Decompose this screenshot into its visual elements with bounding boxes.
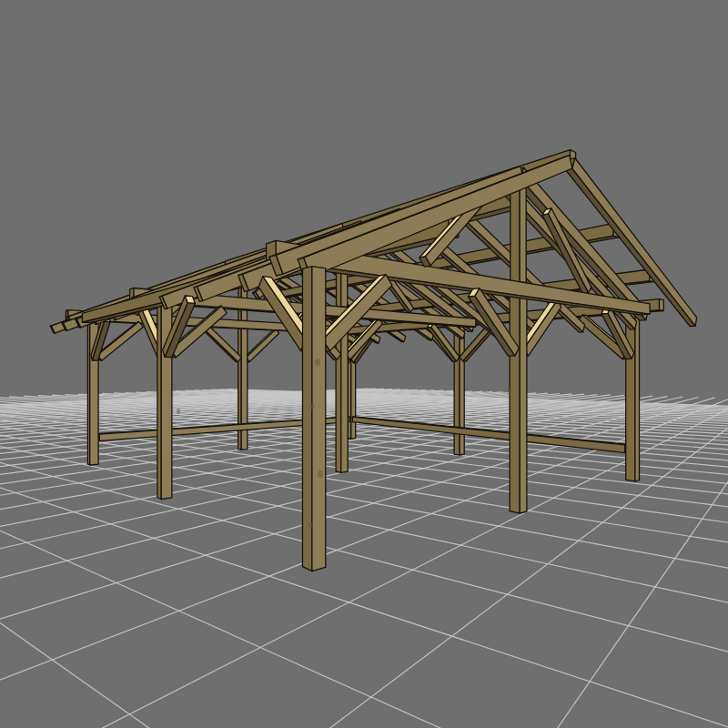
wood-knot xyxy=(177,409,180,414)
member-face xyxy=(312,267,326,571)
member-face xyxy=(520,179,526,283)
member-face xyxy=(511,179,520,283)
member-face xyxy=(460,326,464,455)
member-face xyxy=(510,296,520,513)
viewport-3d-canvas[interactable] xyxy=(0,0,728,728)
member-post-right-mid[interactable] xyxy=(454,326,464,455)
member-face xyxy=(660,299,664,311)
viewport-3d[interactable] xyxy=(0,0,728,728)
member-face xyxy=(341,317,348,472)
member-face xyxy=(241,329,248,450)
wood-knot xyxy=(308,522,313,528)
member-face xyxy=(520,296,527,513)
wood-knot xyxy=(315,359,320,366)
wood-knot xyxy=(310,404,315,410)
wood-knot xyxy=(508,389,511,394)
viewport-background xyxy=(0,0,728,728)
member-post-back-mid[interactable] xyxy=(238,329,248,450)
member-post-front-right-mid[interactable] xyxy=(510,296,527,513)
wood-knot xyxy=(318,470,323,478)
member-face xyxy=(626,312,635,481)
member-post-right-corner[interactable] xyxy=(626,312,640,481)
member-face xyxy=(454,326,460,455)
member-king-post-near[interactable] xyxy=(511,179,526,284)
member-face xyxy=(635,312,640,481)
member-post-corner-near[interactable] xyxy=(303,267,326,571)
